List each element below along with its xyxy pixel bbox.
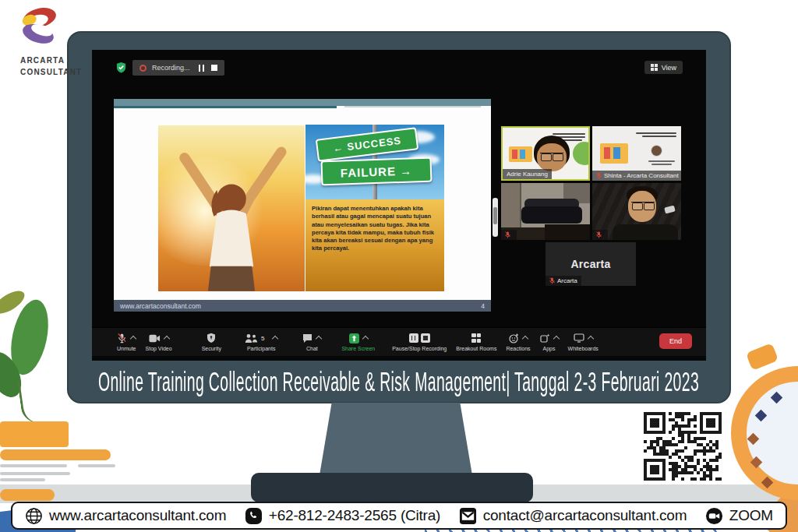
participant-tile-adrie[interactable]: Adrie Kaunang xyxy=(501,126,590,181)
view-button[interactable]: View xyxy=(644,61,683,74)
zoom-toolbar: Unmute Stop Video xyxy=(92,327,706,356)
stop-video-button[interactable]: Stop Video xyxy=(141,333,177,351)
whatsapp-icon xyxy=(245,507,263,525)
participants-button[interactable]: 5 Participants xyxy=(240,333,282,351)
view-grid-icon xyxy=(651,64,658,71)
contact-bar: www.arcartaconsultant.com +62-812-2483-2… xyxy=(11,502,787,530)
whiteboards-button[interactable]: Whiteboards xyxy=(563,333,603,351)
slide-footer: www.arcartaconsultant.com 4 xyxy=(114,300,491,312)
participant-tile-empty-room[interactable] xyxy=(501,183,590,240)
muted-mic-icon xyxy=(505,231,510,238)
participants-label: Participants xyxy=(247,346,276,351)
end-meeting-button[interactable]: End xyxy=(659,333,692,349)
success-failure-image: ← SUCCESS FAILURE → Pikiran dapat menent… xyxy=(305,125,444,291)
mic-muted-icon xyxy=(117,333,127,344)
participant-tile-shinta[interactable]: Shinta - Arcarta Consultant xyxy=(592,126,681,181)
participant-tile-arcarta[interactable]: Arcarta Arcarta xyxy=(546,242,636,286)
participants-icon xyxy=(245,333,258,344)
slide-header-stripe xyxy=(114,99,491,106)
email-link[interactable]: contact@arcartaconsultant.com xyxy=(459,507,687,525)
book-orange-1 xyxy=(0,421,69,447)
phone-link[interactable]: +62-812-2483-2565 (Citra) xyxy=(245,507,441,525)
pause-recording-icon[interactable] xyxy=(199,65,204,72)
zoom-topbar: Recording... View xyxy=(92,60,706,77)
recording-pill[interactable]: Recording... xyxy=(132,60,224,76)
stop-recording-icon[interactable] xyxy=(211,65,217,71)
reactions-label: Reactions xyxy=(506,346,530,351)
video-camera-icon xyxy=(705,507,723,525)
sofa xyxy=(521,206,582,224)
breakout-rooms-label: Breakout Rooms xyxy=(456,346,496,351)
apps-button[interactable]: Apps xyxy=(535,333,563,351)
book-orange-2 xyxy=(0,449,111,460)
content-scrollbar[interactable] xyxy=(493,198,498,237)
chevron-up-icon[interactable] xyxy=(587,336,593,342)
training-banner-text: Online Training Collection Receivable & … xyxy=(98,366,699,398)
chat-button[interactable]: Chat xyxy=(298,333,326,351)
chat-label: Chat xyxy=(306,346,318,351)
chevron-up-icon[interactable] xyxy=(163,336,169,342)
success-sign: ← SUCCESS xyxy=(316,127,419,162)
training-banner: Online Training Collection Receivable & … xyxy=(78,363,720,400)
reactions-smiley-icon xyxy=(509,333,519,344)
participant-name-label xyxy=(592,230,608,240)
unmute-button[interactable]: Unmute xyxy=(112,333,141,351)
monitor-stand-base xyxy=(251,473,533,502)
decor-line xyxy=(78,464,115,467)
chevron-up-icon[interactable] xyxy=(130,336,136,342)
shared-presentation-slide: ← SUCCESS FAILURE → Pikiran dapat menent… xyxy=(114,99,491,312)
slide-paragraph: Pikiran dapat menentuhkan apakah kita be… xyxy=(305,199,444,253)
muted-mic-icon xyxy=(596,172,602,179)
pause-stop-recording-button[interactable]: Pause/Stop Recording xyxy=(387,333,451,351)
qr-code xyxy=(639,408,726,484)
globe-icon xyxy=(25,507,43,525)
security-label: Security xyxy=(202,346,221,351)
muted-mic-icon xyxy=(549,277,555,284)
share-screen-button[interactable]: Share Screen xyxy=(337,333,380,351)
participant-name: Shinta - Arcarta Consultant xyxy=(604,172,679,179)
participant-name-label: Adrie Kaunang xyxy=(503,169,552,179)
monitor-screen: Recording... View xyxy=(92,50,706,361)
arcarta-logo-mark xyxy=(16,6,59,50)
platform-badge[interactable]: ZOOM xyxy=(705,507,773,525)
chevron-up-icon[interactable] xyxy=(522,336,528,342)
logo-text-line2: CONSULTANT xyxy=(20,66,132,78)
slide-header-stripe xyxy=(114,106,337,108)
decor-line xyxy=(0,464,67,467)
chevron-up-icon[interactable] xyxy=(553,336,559,342)
unmute-label: Unmute xyxy=(117,346,136,351)
participant-name: Adrie Kaunang xyxy=(507,171,548,178)
video-camera-icon xyxy=(149,334,161,343)
slide-page-number: 4 xyxy=(481,302,485,310)
book-orange-3 xyxy=(0,489,55,501)
failure-sign: FAILURE → xyxy=(320,157,432,186)
participants-count: 5 xyxy=(261,335,264,342)
sunset-photo xyxy=(158,125,305,291)
monitor-bezel: Recording... View xyxy=(67,31,731,403)
website-text: www.arcartaconsultant.com xyxy=(49,507,226,524)
reactions-button[interactable]: Reactions xyxy=(501,333,535,351)
scrollbar-thumb[interactable] xyxy=(493,207,497,224)
phone-text: +62-812-2483-2565 (Citra) xyxy=(269,507,441,524)
promo-poster: ARCARTA CONSULTANT Recording... xyxy=(0,0,798,532)
email-text: contact@arcartaconsultant.com xyxy=(483,507,687,524)
decor-line xyxy=(0,472,70,475)
chevron-up-icon[interactable] xyxy=(362,336,369,342)
breakout-rooms-button[interactable]: Breakout Rooms xyxy=(451,333,501,351)
security-button[interactable]: Security xyxy=(197,333,226,351)
shield-icon xyxy=(207,333,216,344)
stopwatch-button xyxy=(746,343,779,371)
participant-name: Arcarta xyxy=(557,277,577,284)
platform-text: ZOOM xyxy=(729,507,773,524)
share-screen-label: Share Screen xyxy=(341,346,375,351)
plant-stem xyxy=(17,379,43,425)
participant-tile-man-foam[interactable] xyxy=(592,183,681,240)
stop-video-label: Stop Video xyxy=(146,346,172,351)
chevron-up-icon[interactable] xyxy=(272,336,278,342)
slide-footer-url: www.arcartaconsultant.com xyxy=(120,302,201,310)
whiteboard-icon xyxy=(574,333,584,343)
speaker-photo xyxy=(651,145,662,157)
chevron-up-icon[interactable] xyxy=(316,336,322,342)
arcarta-logo: ARCARTA CONSULTANT xyxy=(16,6,132,78)
website-link[interactable]: www.arcartaconsultant.com xyxy=(25,507,226,525)
